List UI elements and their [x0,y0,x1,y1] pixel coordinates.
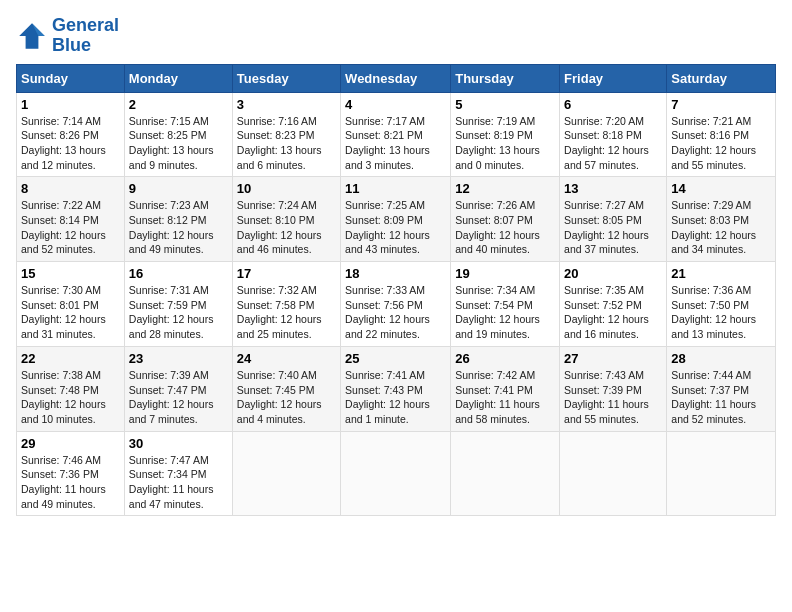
day-number: 4 [345,97,446,112]
day-number: 2 [129,97,228,112]
day-number: 22 [21,351,120,366]
day-info: Sunrise: 7:31 AM Sunset: 7:59 PM Dayligh… [129,283,228,342]
day-number: 12 [455,181,555,196]
day-info: Sunrise: 7:23 AM Sunset: 8:12 PM Dayligh… [129,198,228,257]
day-info: Sunrise: 7:40 AM Sunset: 7:45 PM Dayligh… [237,368,336,427]
day-info: Sunrise: 7:43 AM Sunset: 7:39 PM Dayligh… [564,368,662,427]
day-number: 26 [455,351,555,366]
week-row-2: 8Sunrise: 7:22 AM Sunset: 8:14 PM Daylig… [17,177,776,262]
day-number: 17 [237,266,336,281]
calendar-cell: 29Sunrise: 7:46 AM Sunset: 7:36 PM Dayli… [17,431,125,516]
week-row-5: 29Sunrise: 7:46 AM Sunset: 7:36 PM Dayli… [17,431,776,516]
day-number: 7 [671,97,771,112]
column-header-tuesday: Tuesday [232,64,340,92]
day-number: 23 [129,351,228,366]
calendar-cell: 10Sunrise: 7:24 AM Sunset: 8:10 PM Dayli… [232,177,340,262]
day-info: Sunrise: 7:26 AM Sunset: 8:07 PM Dayligh… [455,198,555,257]
calendar-cell [560,431,667,516]
column-header-friday: Friday [560,64,667,92]
day-info: Sunrise: 7:47 AM Sunset: 7:34 PM Dayligh… [129,453,228,512]
calendar-cell: 5Sunrise: 7:19 AM Sunset: 8:19 PM Daylig… [451,92,560,177]
day-info: Sunrise: 7:17 AM Sunset: 8:21 PM Dayligh… [345,114,446,173]
day-info: Sunrise: 7:36 AM Sunset: 7:50 PM Dayligh… [671,283,771,342]
calendar-cell: 2Sunrise: 7:15 AM Sunset: 8:25 PM Daylig… [124,92,232,177]
calendar-cell: 25Sunrise: 7:41 AM Sunset: 7:43 PM Dayli… [341,346,451,431]
day-info: Sunrise: 7:38 AM Sunset: 7:48 PM Dayligh… [21,368,120,427]
day-number: 11 [345,181,446,196]
logo: General Blue [16,16,119,56]
calendar-cell: 13Sunrise: 7:27 AM Sunset: 8:05 PM Dayli… [560,177,667,262]
day-info: Sunrise: 7:20 AM Sunset: 8:18 PM Dayligh… [564,114,662,173]
calendar-cell [667,431,776,516]
calendar-cell: 20Sunrise: 7:35 AM Sunset: 7:52 PM Dayli… [560,262,667,347]
day-number: 20 [564,266,662,281]
day-number: 29 [21,436,120,451]
day-info: Sunrise: 7:35 AM Sunset: 7:52 PM Dayligh… [564,283,662,342]
calendar-cell [451,431,560,516]
day-info: Sunrise: 7:39 AM Sunset: 7:47 PM Dayligh… [129,368,228,427]
day-info: Sunrise: 7:27 AM Sunset: 8:05 PM Dayligh… [564,198,662,257]
day-number: 14 [671,181,771,196]
day-info: Sunrise: 7:33 AM Sunset: 7:56 PM Dayligh… [345,283,446,342]
day-info: Sunrise: 7:29 AM Sunset: 8:03 PM Dayligh… [671,198,771,257]
calendar-cell: 14Sunrise: 7:29 AM Sunset: 8:03 PM Dayli… [667,177,776,262]
calendar-cell: 24Sunrise: 7:40 AM Sunset: 7:45 PM Dayli… [232,346,340,431]
calendar-cell: 18Sunrise: 7:33 AM Sunset: 7:56 PM Dayli… [341,262,451,347]
column-header-thursday: Thursday [451,64,560,92]
calendar-cell: 26Sunrise: 7:42 AM Sunset: 7:41 PM Dayli… [451,346,560,431]
day-number: 9 [129,181,228,196]
calendar-cell: 21Sunrise: 7:36 AM Sunset: 7:50 PM Dayli… [667,262,776,347]
calendar-cell: 6Sunrise: 7:20 AM Sunset: 8:18 PM Daylig… [560,92,667,177]
calendar-cell: 30Sunrise: 7:47 AM Sunset: 7:34 PM Dayli… [124,431,232,516]
calendar-cell: 1Sunrise: 7:14 AM Sunset: 8:26 PM Daylig… [17,92,125,177]
day-number: 19 [455,266,555,281]
column-header-monday: Monday [124,64,232,92]
day-info: Sunrise: 7:46 AM Sunset: 7:36 PM Dayligh… [21,453,120,512]
calendar-cell: 15Sunrise: 7:30 AM Sunset: 8:01 PM Dayli… [17,262,125,347]
day-info: Sunrise: 7:24 AM Sunset: 8:10 PM Dayligh… [237,198,336,257]
day-number: 25 [345,351,446,366]
calendar-cell: 19Sunrise: 7:34 AM Sunset: 7:54 PM Dayli… [451,262,560,347]
week-row-3: 15Sunrise: 7:30 AM Sunset: 8:01 PM Dayli… [17,262,776,347]
calendar-cell [232,431,340,516]
logo-icon [16,20,48,52]
day-info: Sunrise: 7:22 AM Sunset: 8:14 PM Dayligh… [21,198,120,257]
day-number: 30 [129,436,228,451]
column-header-saturday: Saturday [667,64,776,92]
calendar-cell: 22Sunrise: 7:38 AM Sunset: 7:48 PM Dayli… [17,346,125,431]
calendar-cell: 9Sunrise: 7:23 AM Sunset: 8:12 PM Daylig… [124,177,232,262]
column-header-wednesday: Wednesday [341,64,451,92]
day-number: 16 [129,266,228,281]
day-info: Sunrise: 7:16 AM Sunset: 8:23 PM Dayligh… [237,114,336,173]
day-number: 21 [671,266,771,281]
day-info: Sunrise: 7:41 AM Sunset: 7:43 PM Dayligh… [345,368,446,427]
calendar-cell: 7Sunrise: 7:21 AM Sunset: 8:16 PM Daylig… [667,92,776,177]
day-info: Sunrise: 7:21 AM Sunset: 8:16 PM Dayligh… [671,114,771,173]
day-info: Sunrise: 7:30 AM Sunset: 8:01 PM Dayligh… [21,283,120,342]
logo-text: General Blue [52,16,119,56]
calendar-cell [341,431,451,516]
calendar-cell: 4Sunrise: 7:17 AM Sunset: 8:21 PM Daylig… [341,92,451,177]
week-row-4: 22Sunrise: 7:38 AM Sunset: 7:48 PM Dayli… [17,346,776,431]
week-row-1: 1Sunrise: 7:14 AM Sunset: 8:26 PM Daylig… [17,92,776,177]
day-info: Sunrise: 7:34 AM Sunset: 7:54 PM Dayligh… [455,283,555,342]
day-number: 13 [564,181,662,196]
day-info: Sunrise: 7:19 AM Sunset: 8:19 PM Dayligh… [455,114,555,173]
column-header-sunday: Sunday [17,64,125,92]
calendar-table: SundayMondayTuesdayWednesdayThursdayFrid… [16,64,776,517]
calendar-cell: 8Sunrise: 7:22 AM Sunset: 8:14 PM Daylig… [17,177,125,262]
calendar-cell: 23Sunrise: 7:39 AM Sunset: 7:47 PM Dayli… [124,346,232,431]
calendar-cell: 12Sunrise: 7:26 AM Sunset: 8:07 PM Dayli… [451,177,560,262]
day-number: 10 [237,181,336,196]
calendar-cell: 11Sunrise: 7:25 AM Sunset: 8:09 PM Dayli… [341,177,451,262]
day-number: 15 [21,266,120,281]
calendar-cell: 17Sunrise: 7:32 AM Sunset: 7:58 PM Dayli… [232,262,340,347]
day-info: Sunrise: 7:25 AM Sunset: 8:09 PM Dayligh… [345,198,446,257]
day-number: 1 [21,97,120,112]
day-number: 5 [455,97,555,112]
day-info: Sunrise: 7:32 AM Sunset: 7:58 PM Dayligh… [237,283,336,342]
day-info: Sunrise: 7:15 AM Sunset: 8:25 PM Dayligh… [129,114,228,173]
day-number: 6 [564,97,662,112]
day-number: 24 [237,351,336,366]
calendar-cell: 27Sunrise: 7:43 AM Sunset: 7:39 PM Dayli… [560,346,667,431]
